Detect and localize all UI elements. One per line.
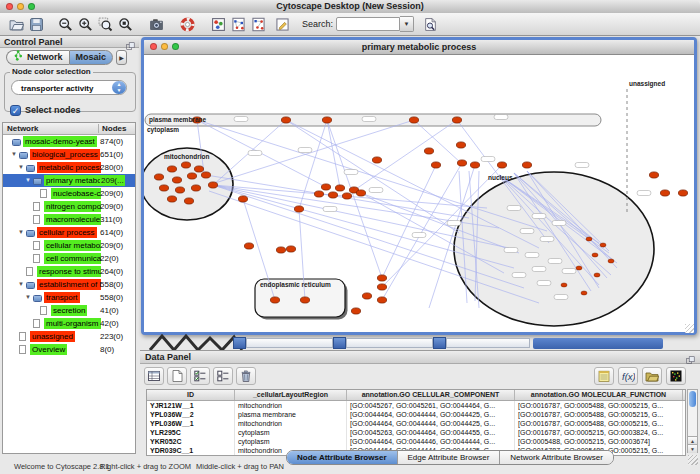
import-attributes-icon[interactable] — [642, 367, 662, 385]
network-node[interactable] — [321, 184, 330, 190]
tree-row-cellular-metabo[interactable]: cellular metabo209(0) — [3, 239, 135, 252]
network-view-icon-1[interactable] — [228, 15, 248, 34]
network-node[interactable] — [356, 190, 365, 196]
network-node[interactable] — [335, 185, 344, 191]
network-node-small[interactable] — [581, 291, 587, 295]
background-window-bar[interactable] — [446, 338, 530, 348]
table-cell[interactable]: [GO:0045267, GO:0045261, GO:0044464, G..… — [347, 401, 515, 410]
network-node[interactable] — [377, 275, 386, 281]
attribute-table-icon[interactable] — [144, 367, 164, 385]
tree-row-response-to-stimul[interactable]: response to stimul264(0) — [3, 265, 135, 278]
new-attribute-icon[interactable] — [167, 367, 187, 385]
open-file-icon[interactable] — [6, 15, 26, 34]
background-window-titlebar[interactable] — [533, 338, 663, 349]
network-node[interactable] — [470, 162, 479, 168]
expand-arrow-icon[interactable]: ▼ — [25, 291, 31, 304]
table-cell[interactable]: cytoplasm — [235, 428, 347, 437]
zoom-fit-icon[interactable] — [115, 15, 135, 34]
table-cell[interactable]: cytoplasm — [235, 437, 347, 446]
network-node[interactable] — [154, 174, 163, 180]
network-node[interactable] — [286, 246, 295, 252]
table-cell[interactable]: [GO:0005488, GO:0005215, GO:0003674] — [515, 437, 683, 446]
table-scrollbar[interactable]: ▲ ▼ — [687, 389, 698, 453]
network-node[interactable] — [201, 172, 210, 178]
panel-resize-grip[interactable] — [688, 455, 698, 465]
network-node[interactable] — [238, 196, 247, 202]
table-cell[interactable]: [GO:0016787, GO:0005215, GO:0003824, G..… — [515, 428, 683, 437]
attribute-editor-icon[interactable] — [594, 367, 614, 385]
background-window-bar[interactable] — [246, 338, 333, 348]
network-node[interactable] — [351, 308, 360, 314]
column-header[interactable]: _cellularLayoutRegion — [235, 390, 347, 400]
background-window-edge[interactable] — [233, 337, 246, 349]
network-node[interactable] — [244, 243, 253, 249]
column-header[interactable]: annotation.GO CELLULAR_COMPONENT — [347, 390, 515, 400]
network-node[interactable] — [181, 162, 190, 168]
network-view-icon-2[interactable] — [248, 15, 268, 34]
network-node-small[interactable] — [608, 259, 614, 263]
network-node[interactable] — [314, 191, 323, 197]
table-cell[interactable]: [GO:0016787, GO:0005488, GO:0005215, G..… — [515, 410, 683, 419]
network-canvas[interactable]: plasma membranecytoplasmmitochondrionnuc… — [144, 55, 694, 332]
tree-row-multi-organism-pro[interactable]: multi-organism pro42(0) — [3, 317, 135, 330]
tree-row-unassigned[interactable]: unassigned223(0) — [3, 330, 135, 343]
delete-attribute-icon[interactable] — [236, 367, 256, 385]
tree-row-nitrogen-compo[interactable]: nitrogen compo209(0) — [3, 200, 135, 213]
network-node[interactable] — [456, 142, 465, 148]
network-node-small[interactable] — [594, 273, 600, 277]
network-node[interactable] — [377, 284, 386, 290]
search-input[interactable] — [336, 17, 400, 31]
column-header[interactable]: annotation.GO MOLECULAR_FUNCTION — [515, 390, 683, 400]
background-window-edge[interactable] — [433, 337, 446, 349]
background-window-bar[interactable] — [346, 338, 433, 348]
network-node[interactable] — [522, 162, 531, 168]
expand-arrow-icon[interactable]: ▼ — [18, 278, 24, 291]
tree-row-establishment-of-lo[interactable]: ▼establishment of lo558(0) — [3, 278, 135, 291]
table-cell[interactable]: [GO:0016787, GO:0005488, GO:0005215, G..… — [515, 401, 683, 410]
scroll-down-icon[interactable]: ▼ — [688, 444, 697, 453]
network-node[interactable] — [187, 173, 196, 179]
network-node[interactable] — [300, 297, 309, 303]
network-window-titlebar[interactable]: primary metabolic process — [144, 40, 694, 55]
network-node-small[interactable] — [576, 266, 582, 270]
network-node[interactable] — [328, 192, 337, 198]
table-cell[interactable]: [GO:0044464, GO:0044444, GO:0044425, G..… — [347, 410, 515, 419]
search-dropdown-button[interactable]: ▼ — [400, 16, 414, 32]
tab-overflow-arrow[interactable]: ▶ — [116, 50, 127, 65]
zoom-out-icon[interactable] — [55, 15, 75, 34]
network-node-small[interactable] — [561, 283, 567, 287]
tree-row-mosaic-demo-yeast[interactable]: mosaic-demo-yeast874(0) — [3, 135, 135, 148]
network-node[interactable] — [270, 297, 279, 303]
expand-arrow-icon[interactable]: ▼ — [18, 226, 24, 239]
table-cell[interactable]: YPL036W__2 — [147, 410, 235, 419]
network-node[interactable] — [497, 162, 506, 168]
network-node[interactable] — [208, 182, 217, 188]
tree-row-overview[interactable]: Overview8(0) — [3, 343, 135, 356]
network-node[interactable] — [452, 117, 461, 123]
table-cell[interactable]: plasma membrane — [235, 410, 347, 419]
expand-arrow-icon[interactable]: ▼ — [25, 174, 31, 187]
network-node[interactable] — [424, 148, 433, 154]
zoom-in-icon[interactable] — [75, 15, 95, 34]
frame-resize-grip[interactable] — [685, 324, 694, 333]
table-row[interactable]: YPL036W__2plasma membrane[GO:0044464, GO… — [147, 410, 685, 419]
snapshot-icon[interactable] — [146, 15, 166, 34]
network-node[interactable] — [184, 198, 193, 204]
network-node[interactable] — [175, 187, 184, 193]
table-cell[interactable]: YLR295C — [147, 428, 235, 437]
table-row[interactable]: YLR295Ccytoplasm[GO:0045263, GO:0044464,… — [147, 428, 685, 437]
table-cell[interactable]: [GO:0016787, GO:0005488, GO:0005215, G..… — [515, 419, 683, 428]
vizmapper-icon[interactable] — [208, 15, 228, 34]
table-cell[interactable]: mitochondrion — [235, 419, 347, 428]
tree-row-macromolecule[interactable]: macromolecule311(0) — [3, 213, 135, 226]
table-row[interactable]: YKR052Ccytoplasm[GO:0044464, GO:0044446,… — [147, 437, 685, 446]
network-node[interactable] — [377, 297, 386, 303]
network-node[interactable] — [342, 193, 351, 199]
network-node[interactable] — [372, 157, 381, 163]
tab-network[interactable]: Network — [6, 50, 69, 65]
tree-row-biological-process[interactable]: ▼biological_process651(0) — [3, 148, 135, 161]
network-node-small[interactable] — [586, 237, 592, 241]
tree-row-transport[interactable]: ▼transport558(0) — [3, 291, 135, 304]
tree-row-nucleobase-c[interactable]: nucleobase-c209(0) — [3, 187, 135, 200]
region-nucleus[interactable] — [454, 172, 654, 326]
